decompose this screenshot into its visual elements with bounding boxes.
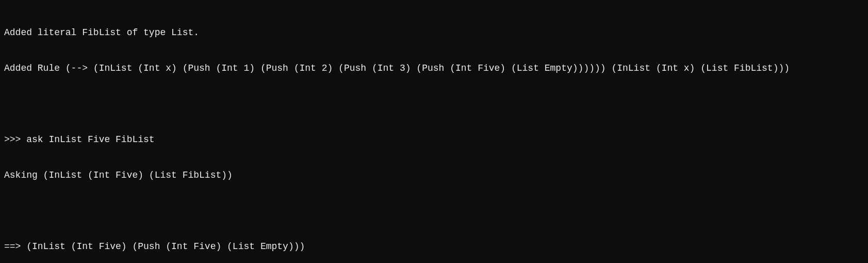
prompt-line: >>> ask InList Five FibList: [4, 134, 864, 146]
output-line: ==> (InList (Int Five) (Push (Int Five) …: [4, 241, 864, 253]
blank-line: [4, 205, 864, 217]
output-line: Added literal FibList of type List.: [4, 27, 864, 39]
output-line: Added Rule (--> (InList (Int x) (Push (I…: [4, 63, 864, 74]
blank-line: [4, 98, 864, 110]
output-line: Asking (InList (Int Five) (List FibList)…: [4, 169, 864, 181]
terminal-output[interactable]: Added literal FibList of type List. Adde…: [0, 0, 868, 263]
